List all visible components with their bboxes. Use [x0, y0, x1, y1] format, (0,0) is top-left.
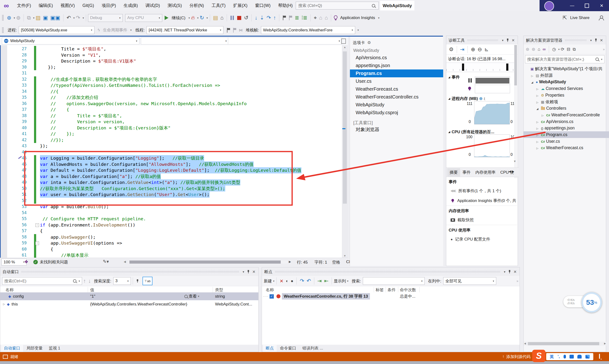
step-into-icon[interactable]: ⇣	[260, 15, 264, 21]
application-insights-icon[interactable]	[333, 15, 338, 20]
process-dropdown[interactable]: [50508] WebApiStudy.exe▾	[19, 26, 94, 34]
autos-header[interactable]: 自动窗口 ▾ ✕	[0, 267, 258, 276]
platform-dropdown[interactable]: Any CPU▾	[125, 14, 162, 22]
sync-with-active-doc-icon[interactable]: ⟳	[561, 47, 564, 52]
code-line[interactable]: 29 Description = $"项目名:V1版本"	[0, 58, 342, 64]
tree-item[interactable]: ▷ {}appsettings.json	[524, 125, 609, 131]
type-dropdown[interactable]: ▾	[141, 37, 229, 44]
tab-item[interactable]: WeatherForecastController.cs	[350, 93, 443, 101]
switch-views-icon[interactable]: ∞	[543, 47, 546, 52]
code-line[interactable]: 35 // //添加文档介绍	[0, 94, 342, 101]
incolumns-dropdown[interactable]: 全部可见▾	[443, 277, 496, 285]
expand-icon[interactable]: ▷	[535, 86, 539, 92]
export-icon[interactable]: ⇥	[460, 46, 464, 52]
delete-breakpoint-icon[interactable]: ✕	[280, 278, 284, 284]
tree-item[interactable]: ▷ C#WeatherForecast.cs	[524, 144, 609, 151]
tree-item[interactable]: ▷ C#WeatherForecastControlle	[524, 112, 609, 118]
menu-item[interactable]: 帮助(H)	[274, 0, 297, 11]
toolbar-grip[interactable]	[2, 15, 4, 21]
menu-item[interactable]: 窗口(W)	[251, 0, 274, 11]
code-line[interactable]: 38 // Title = $"项目名",	[0, 113, 342, 119]
tab-item[interactable]: WebApiStudy.csproj	[350, 109, 443, 117]
preview-icon[interactable]: ⧉	[573, 47, 576, 52]
event-lanes[interactable]	[475, 76, 510, 93]
code-line[interactable]: 49 var inta = builder.Configuration.GetV…	[0, 179, 342, 186]
immediate-window-icon[interactable]	[289, 15, 292, 20]
close-icon[interactable]: ✕	[252, 270, 256, 274]
panel-tab[interactable]: 自动窗口	[1, 344, 23, 352]
fold-toggle-icon[interactable]: −	[36, 241, 39, 245]
scroll-down-icon[interactable]: ▼	[342, 254, 348, 257]
take-snapshot-link[interactable]: 截取快照	[446, 215, 517, 225]
expand-icon[interactable]: ▷	[541, 112, 544, 118]
save-icon[interactable]: ▣	[43, 15, 48, 21]
new-project-icon[interactable]: ⧉	[27, 15, 31, 21]
fold-toggle-icon[interactable]: −	[36, 223, 39, 227]
pin-icon[interactable]	[247, 270, 249, 273]
tab-item[interactable]: Program.cs	[350, 69, 443, 77]
undo-icon[interactable]: ↶	[67, 15, 71, 21]
view-magnifier-button[interactable]: 查看▾	[183, 294, 199, 299]
diagnostics-scrollbar[interactable]	[514, 45, 517, 178]
show-columns-button[interactable]: 显示列	[334, 278, 346, 284]
panel-tab[interactable]: 监视 1	[46, 344, 63, 352]
publish-arrow-icon[interactable]: ↑	[502, 354, 505, 359]
vertical-scrollbar[interactable]: ▲ ▼	[342, 45, 348, 258]
panel-tab[interactable]: 局部变量	[24, 344, 45, 352]
continue-icon[interactable]	[165, 16, 168, 20]
window-menu-icon[interactable]: ▾	[590, 39, 592, 42]
code-line[interactable]: 42 //});	[0, 137, 342, 143]
code-line[interactable]: 57 {	[0, 228, 342, 234]
record-cpu-link[interactable]: ●记录 CPU 配置文件	[446, 234, 517, 244]
window-menu-icon[interactable]: ▾	[243, 270, 244, 273]
add-collaborator-icon[interactable]	[598, 15, 603, 20]
show-next-statement-icon[interactable]: ↓	[255, 15, 257, 21]
code-line[interactable]: 53 var app = builder.Build();	[0, 204, 342, 210]
import-icon[interactable]: ↶	[307, 278, 311, 284]
toggle-all-icon[interactable]: ●	[291, 279, 293, 284]
search-depth-dropdown[interactable]: 3▾	[113, 277, 131, 285]
tree-item[interactable]: ▷ ▦依赖项	[524, 99, 609, 105]
tab-item[interactable]: WeatherForecast.cs	[350, 85, 443, 93]
close-icon[interactable]: ✕	[600, 38, 603, 43]
all-events-link[interactable]: ⋘所有事件(1 个，共 1 个)	[446, 186, 517, 196]
tree-item[interactable]: ▣解决方案"WebApiStudy"(1 个项目/共	[524, 65, 608, 72]
autos-row-this[interactable]: ▷ ◆ this {WebApiStudy.Controllers.Weathe…	[0, 300, 258, 308]
memory-chart[interactable]	[474, 101, 510, 124]
hscroll-left-icon[interactable]: ◀	[124, 260, 126, 263]
go-to-disassembly-icon[interactable]: ⇤	[324, 278, 328, 284]
quick-search-input[interactable]: 搜索 (Ctrl+Q)	[296, 2, 379, 10]
ime-lang-toggle[interactable]: 英	[550, 354, 554, 360]
code-line[interactable]: 51 var user = builder.Configuration.GetS…	[0, 192, 342, 198]
close-icon[interactable]: ✕	[514, 270, 517, 274]
thread-dropdown[interactable]: [44240] .NET ThreadPool Worke▾	[146, 26, 223, 34]
scroll-down-icon[interactable]: ▼	[513, 160, 516, 163]
export-icon[interactable]: ↷	[300, 278, 304, 284]
breakpoint-search-input[interactable]: ▾	[363, 277, 425, 285]
flag-thread-icon[interactable]	[227, 28, 230, 33]
hscroll-right-icon[interactable]: ▶	[289, 260, 291, 263]
browser-link-icon[interactable]: ⌂	[220, 15, 223, 21]
expand-icon[interactable]: ▷	[535, 99, 539, 105]
redo-icon[interactable]: ↷	[76, 15, 80, 21]
cpu-chart[interactable]	[474, 134, 510, 157]
code-line[interactable]: 30 });	[0, 64, 342, 70]
expand-icon[interactable]: ▷	[535, 145, 539, 151]
solution-explorer-header[interactable]: 解决方案资源管理器 ▾ ✕	[524, 36, 606, 44]
code-line[interactable]: 31	[0, 70, 342, 76]
toolbar-overflow-icon[interactable]: »	[603, 47, 605, 51]
code-line[interactable]: 60 {	[0, 246, 342, 252]
collapse-all-icon[interactable]: ⊟	[567, 47, 570, 52]
back-icon[interactable]: ⊚	[526, 47, 529, 52]
solution-config-dropdown[interactable]: Debug▾	[88, 14, 123, 22]
home-icon[interactable]: ⌂	[538, 47, 540, 52]
tabs-settings-gear-icon[interactable]: ⚙	[367, 40, 371, 45]
step-out-icon[interactable]: ↑	[273, 15, 276, 21]
tab-scroll-icons[interactable]: ◀ ▶	[509, 170, 514, 173]
close-icon[interactable]: ✕	[512, 38, 515, 43]
scrollbar-thumb[interactable]	[343, 52, 347, 204]
next-result-icon[interactable]: ↓	[88, 278, 91, 284]
spark-icon[interactable]: ❖	[24, 259, 28, 265]
code-line[interactable]: 34 //{	[0, 89, 342, 95]
find-in-files-icon[interactable]: ▤	[213, 15, 218, 21]
